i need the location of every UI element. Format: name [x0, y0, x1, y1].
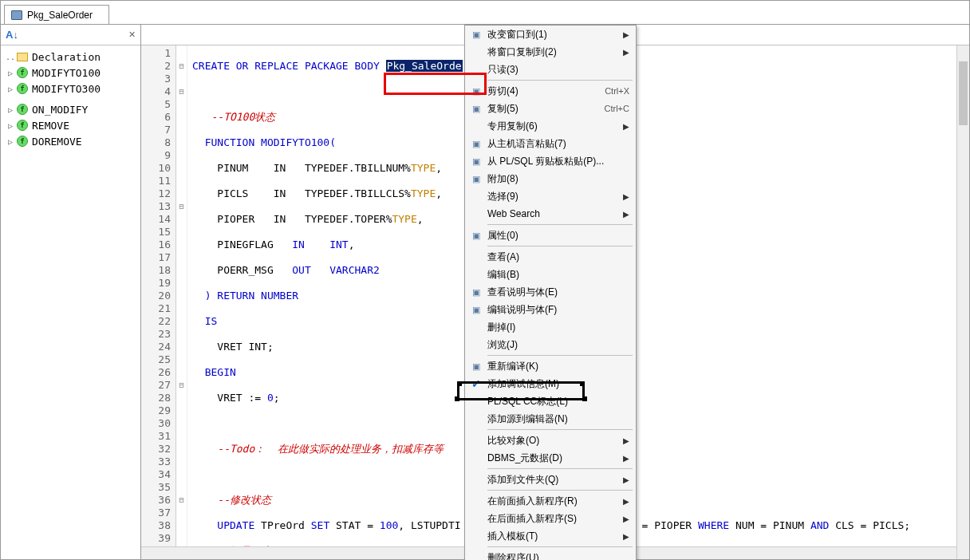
menu-shortcut: Ctrl+C — [605, 104, 629, 113]
menu-item[interactable]: ▣从 PL/SQL 剪贴板粘贴(P)... — [465, 152, 636, 170]
menu-separator — [487, 490, 633, 491]
menu-item[interactable]: ▣附加(8) — [465, 170, 636, 187]
menu-label: 浏览(J) — [487, 338, 629, 352]
folder-icon — [17, 53, 28, 61]
object-tree[interactable]: ... Declaration ▷fMODIFYTO100 ▷fMODIFYTO… — [1, 45, 140, 559]
fold-column[interactable]: ⊟⊟⊟⊟⊟ — [176, 45, 187, 559]
menu-item[interactable]: ▣复制(5)Ctrl+C — [465, 100, 636, 117]
menu-item[interactable]: 专用复制(6)▶ — [465, 117, 636, 135]
menu-item[interactable]: ▣重新编译(K) — [465, 357, 636, 375]
menu-item[interactable]: ▣属性(0) — [465, 227, 636, 244]
menu-label: 重新编译(K) — [487, 360, 629, 373]
menu-item[interactable]: 在前面插入新程序(R)▶ — [465, 492, 636, 510]
menu-label: 编辑说明与体(F) — [487, 303, 629, 317]
menu-item[interactable]: PL/SQL CC标志(L) — [465, 392, 636, 410]
submenu-arrow-icon: ▶ — [618, 48, 629, 57]
menu-label: 附加(8) — [487, 172, 629, 186]
sidebar-close-icon[interactable]: ✕ — [128, 30, 136, 40]
menu-item[interactable]: 比较对象(O)▶ — [465, 432, 636, 449]
menu-separator — [487, 429, 633, 430]
tree-item[interactable]: ▷fMODIFYTO100 — [2, 65, 139, 81]
menu-label: 属性(0) — [487, 229, 629, 243]
submenu-arrow-icon: ▶ — [618, 30, 629, 39]
menu-label: 只读(3) — [487, 63, 629, 77]
menu-item[interactable]: ▣编辑说明与体(F) — [465, 301, 636, 318]
menu-separator — [487, 80, 633, 81]
menu-item[interactable]: ▣查看说明与体(E) — [465, 283, 636, 301]
menu-item[interactable]: ✓添加调试信息(M) — [465, 375, 636, 392]
tree-item[interactable]: ▷fON_MODIFY — [2, 101, 139, 117]
main-area: A↓ ✕ ... Declaration ▷fMODIFYTO100 ▷fMOD… — [1, 25, 969, 559]
vertical-scrollbar[interactable] — [956, 45, 969, 559]
tree-item[interactable]: ▷fMODIFYTO300 — [2, 81, 139, 97]
menu-separator — [487, 246, 633, 246]
function-icon: f — [17, 120, 28, 131]
menu-separator — [487, 468, 633, 469]
function-icon: f — [17, 104, 28, 115]
submenu-arrow-icon: ▶ — [618, 192, 629, 201]
props-icon: ▣ — [470, 229, 483, 242]
check-icon: ✓ — [471, 377, 481, 390]
tree-item[interactable]: ▷fREMOVE — [2, 117, 139, 133]
line-gutter: 1234567891011121314151617181920212223242… — [141, 45, 176, 559]
menu-item[interactable]: ▣从主机语言粘贴(7) — [465, 135, 636, 152]
menu-label: 剪切(4) — [487, 85, 605, 98]
menu-item[interactable]: 删除程序(U) — [465, 549, 636, 560]
menu-item[interactable]: 只读(3) — [465, 61, 636, 78]
menu-item[interactable]: 选择(9)▶ — [465, 187, 636, 205]
menu-item[interactable]: 浏览(J) — [465, 336, 636, 353]
menu-label: 选择(9) — [487, 190, 618, 203]
menu-item[interactable]: 插入模板(T)▶ — [465, 527, 636, 545]
resize-icon: ▣ — [470, 28, 483, 41]
attach-icon: ▣ — [470, 172, 483, 185]
menu-label: 编辑(B) — [487, 268, 629, 282]
menu-item[interactable]: ▣改变窗口到(1)▶ — [465, 26, 636, 43]
function-icon: f — [17, 67, 28, 78]
menu-item[interactable]: 在后面插入新程序(S)▶ — [465, 510, 636, 527]
submenu-arrow-icon: ▶ — [618, 122, 629, 131]
menu-label: 从主机语言粘贴(7) — [487, 137, 629, 151]
menu-separator — [487, 224, 633, 225]
menu-label: 删掉(I) — [487, 321, 629, 334]
menu-item[interactable]: 编辑(B) — [465, 266, 636, 283]
menu-separator — [487, 355, 633, 356]
menu-label: 专用复制(6) — [487, 120, 618, 133]
menu-label: 在后面插入新程序(S) — [487, 512, 618, 526]
tree-root-label: Declaration — [32, 51, 101, 63]
paste2-icon: ▣ — [470, 155, 483, 168]
menu-label: 改变窗口到(1) — [487, 28, 618, 41]
tree-item[interactable]: ▷fDOREMOVE — [2, 133, 139, 149]
menu-label: DBMS_元数据(D) — [487, 452, 618, 465]
spec2-icon: ▣ — [470, 303, 483, 316]
context-menu[interactable]: ▣改变窗口到(1)▶将窗口复制到(2)▶只读(3)▣剪切(4)Ctrl+X▣复制… — [464, 25, 637, 560]
menu-label: 添加到文件夹(Q) — [487, 473, 618, 487]
package-icon — [11, 10, 22, 20]
sidebar-toolbar: A↓ ✕ — [1, 25, 140, 45]
menu-item[interactable]: DBMS_元数据(D)▶ — [465, 449, 636, 467]
menu-item[interactable]: 添加源到编辑器(N) — [465, 410, 636, 428]
spec-icon: ▣ — [470, 286, 483, 298]
submenu-arrow-icon: ▶ — [618, 436, 629, 445]
menu-item[interactable]: 删掉(I) — [465, 318, 636, 336]
menu-label: 删除程序(U) — [487, 551, 629, 561]
sidebar: A↓ ✕ ... Declaration ▷fMODIFYTO100 ▷fMOD… — [1, 25, 141, 559]
submenu-arrow-icon: ▶ — [618, 454, 629, 463]
tab-pkg-saleorder[interactable]: Pkg_SaleOrder — [4, 5, 109, 24]
tree-root[interactable]: ... Declaration — [2, 49, 139, 65]
menu-label: 比较对象(O) — [487, 434, 618, 448]
menu-item[interactable]: 添加到文件夹(Q)▶ — [465, 471, 636, 488]
menu-shortcut: Ctrl+X — [605, 86, 629, 96]
submenu-arrow-icon: ▶ — [618, 475, 629, 484]
menu-label: 查看(A) — [487, 250, 629, 264]
copy-icon: ▣ — [470, 102, 483, 115]
paste-icon: ▣ — [470, 137, 483, 150]
menu-item[interactable]: 查看(A) — [465, 248, 636, 266]
menu-item[interactable]: Web Search▶ — [465, 205, 636, 223]
menu-label: 插入模板(T) — [487, 530, 618, 543]
sort-icon[interactable]: A↓ — [6, 29, 18, 41]
submenu-arrow-icon: ▶ — [618, 210, 629, 219]
menu-item[interactable]: ▣剪切(4)Ctrl+X — [465, 82, 636, 100]
function-icon: f — [17, 83, 28, 94]
menu-label: 复制(5) — [487, 102, 605, 116]
menu-item[interactable]: 将窗口复制到(2)▶ — [465, 43, 636, 61]
